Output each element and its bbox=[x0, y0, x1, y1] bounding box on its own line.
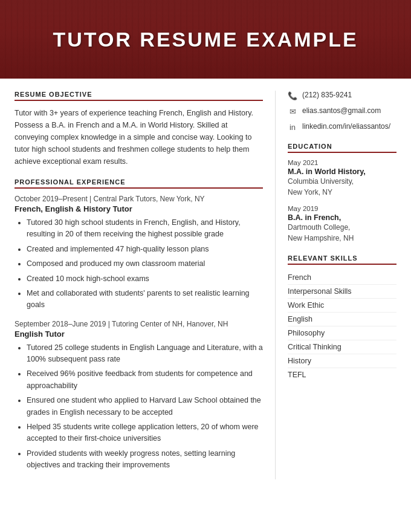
list-item: Ensured one student who applied to Harva… bbox=[27, 395, 263, 418]
skills-list: French Interpersonal Skills Work Ethic E… bbox=[288, 271, 396, 381]
skill-item: Philosophy bbox=[288, 326, 396, 340]
skill-item: Work Ethic bbox=[288, 299, 396, 313]
list-item: Tutored 25 college students in English L… bbox=[27, 342, 263, 366]
job-2-title: English Tutor bbox=[15, 329, 263, 339]
skill-item: Critical Thinking bbox=[288, 340, 396, 354]
skill-item: Interpersonal Skills bbox=[288, 285, 396, 299]
job-2: September 2018–June 2019 | Tutoring Cent… bbox=[15, 320, 263, 472]
job-1-title: French, English & History Tutor bbox=[15, 204, 263, 213]
objective-section-title: Resume Objective bbox=[15, 91, 263, 101]
job-2-bullets: Tutored 25 college students in English L… bbox=[15, 342, 263, 472]
job-1-date-location: October 2019–Present | Central Park Tuto… bbox=[15, 195, 263, 203]
header-title: Tutor Resume Example bbox=[53, 28, 358, 51]
contact-section: 📞 (212) 835-9241 ✉ elias.santos@gmail.co… bbox=[288, 91, 396, 132]
resume-page: Tutor Resume Example Resume Objective Tu… bbox=[0, 0, 411, 532]
experience-section-title: Professional Experience bbox=[15, 178, 263, 189]
edu-entry-1: May 2021 M.A. in World History, Columbia… bbox=[288, 159, 396, 198]
contact-linkedin: in linkedin.com/in/eliassantos/ bbox=[288, 122, 396, 132]
left-column: Resume Objective Tutor with 3+ years of … bbox=[15, 91, 276, 479]
edu-2-degree: B.A. in French, bbox=[288, 213, 396, 222]
list-item: Helped 35 students write college applica… bbox=[27, 421, 263, 445]
list-item: Provided students with weekly progress n… bbox=[27, 448, 263, 472]
job-2-date-location: September 2018–June 2019 | Tutoring Cent… bbox=[15, 320, 263, 328]
skill-item: TEFL bbox=[288, 368, 396, 381]
job-1: October 2019–Present | Central Park Tuto… bbox=[15, 195, 263, 311]
list-item: Created and implemented 47 high-quality … bbox=[27, 244, 263, 255]
edu-2-date: May 2019 bbox=[288, 205, 396, 212]
list-item: Met and collaborated with students' pare… bbox=[27, 288, 263, 311]
skill-item: History bbox=[288, 354, 396, 368]
edu-1-degree: M.A. in World History, bbox=[288, 167, 396, 176]
header: Tutor Resume Example bbox=[0, 0, 411, 79]
linkedin-text: linkedin.com/in/eliassantos/ bbox=[302, 122, 390, 131]
contact-phone: 📞 (212) 835-9241 bbox=[288, 91, 396, 100]
contact-email: ✉ elias.santos@gmail.com bbox=[288, 106, 396, 116]
skills-section-title: Relevant Skills bbox=[288, 255, 396, 265]
list-item: Received 96% positive feedback from stud… bbox=[27, 368, 263, 392]
edu-entry-2: May 2019 B.A. in French, Dartmouth Colle… bbox=[288, 205, 396, 244]
skill-item: English bbox=[288, 313, 396, 326]
skill-item: French bbox=[288, 271, 396, 285]
phone-text: (212) 835-9241 bbox=[302, 91, 352, 99]
email-text: elias.santos@gmail.com bbox=[302, 106, 381, 115]
list-item: Tutored 30 high school students in Frenc… bbox=[27, 217, 263, 241]
edu-1-school: Columbia University,New York, NY bbox=[288, 176, 396, 198]
right-column: 📞 (212) 835-9241 ✉ elias.santos@gmail.co… bbox=[276, 91, 396, 479]
phone-icon: 📞 bbox=[288, 91, 297, 100]
email-icon: ✉ bbox=[288, 106, 297, 116]
edu-2-school: Dartmouth College,New Hampshire, NH bbox=[288, 222, 396, 244]
education-section-title: Education bbox=[288, 143, 396, 153]
linkedin-icon: in bbox=[288, 122, 297, 132]
job-1-bullets: Tutored 30 high school students in Frenc… bbox=[15, 217, 263, 311]
body: Resume Objective Tutor with 3+ years of … bbox=[0, 79, 411, 491]
list-item: Composed and produced my own classroom m… bbox=[27, 258, 263, 270]
list-item: Created 10 mock high-school exams bbox=[27, 273, 263, 285]
objective-text: Tutor with 3+ years of experience teachi… bbox=[15, 107, 263, 167]
edu-1-date: May 2021 bbox=[288, 159, 396, 166]
